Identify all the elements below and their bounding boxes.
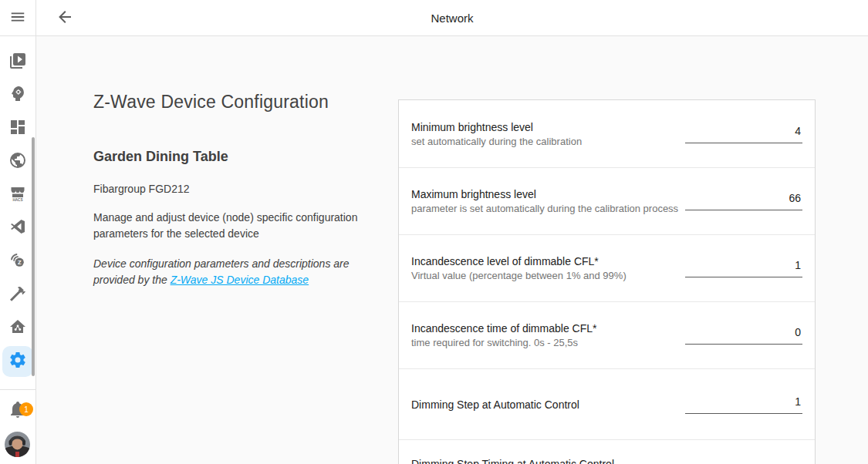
sidebar-item-home-network[interactable] (2, 313, 33, 344)
param-text: Dimming Step at Automatic Control (411, 398, 683, 412)
param-text: Dimming Step Timing at Automatic Control (411, 457, 683, 464)
param-row-min-brightness: Minimum brightness level set automatical… (399, 100, 815, 167)
hacs-label: HACS (12, 198, 22, 202)
sidebar-header (0, 0, 35, 36)
sidebar-item-settings[interactable] (2, 346, 33, 377)
head-gear-icon (8, 85, 27, 106)
hacs-store-icon: HACS (8, 184, 27, 206)
param-row-max-brightness: Maximum brightness level parameter is se… (399, 167, 815, 234)
parameters-panel: Minimum brightness level set automatical… (398, 99, 816, 464)
sidebar-item-developer-tools[interactable] (2, 280, 33, 311)
param-row-incandescence-time: Incandescence time of dimmable CFL* time… (399, 301, 815, 368)
z-wave-signal-icon: Z (8, 251, 27, 273)
sidebar-item-dashboard[interactable] (2, 113, 33, 144)
param-text: Minimum brightness level set automatical… (411, 120, 683, 148)
param-label: Dimming Step Timing at Automatic Control (411, 457, 683, 464)
sidebar-scrollbar-thumb[interactable] (32, 137, 35, 376)
sidebar: HACS Z (0, 0, 36, 464)
sidebar-divider (0, 389, 35, 390)
page-header-title: Network (36, 12, 868, 25)
notification-badge: 1 (19, 402, 33, 416)
vscode-icon (8, 217, 27, 239)
param-label: Minimum brightness level (411, 120, 683, 134)
device-model: Fibargroup FGD212 (93, 183, 385, 195)
device-name: Garden Dining Table (93, 149, 385, 165)
param-text: Incandescence level of dimmable CFL* Vir… (411, 254, 683, 282)
param-row-dimming-step-timing: Dimming Step Timing at Automatic Control (399, 439, 815, 464)
home-network-icon (8, 318, 27, 339)
param-text: Maximum brightness level parameter is se… (411, 187, 683, 215)
hamburger-menu-icon (9, 8, 26, 28)
globe-icon (8, 151, 27, 173)
sidebar-item-vscode[interactable] (2, 213, 33, 244)
hamburger-menu-button[interactable] (9, 8, 26, 28)
page-title: Z-Wave Device Configuration (93, 92, 329, 113)
param-input-incandescence-level[interactable] (685, 259, 802, 277)
sidebar-item-media[interactable] (2, 47, 33, 78)
param-description: time required for switching. 0s - 25,5s (411, 336, 683, 349)
settings-gear-icon (8, 351, 27, 372)
device-info: Garden Dining Table Fibargroup FGD212 Ma… (93, 149, 385, 288)
param-label: Incandescence level of dimmable CFL* (411, 254, 683, 268)
param-label: Maximum brightness level (411, 187, 683, 201)
param-row-dimming-step: Dimming Step at Automatic Control (399, 368, 815, 439)
param-description: set automatically during the calibration (411, 135, 683, 148)
zwave-db-link[interactable]: Z-Wave JS Device Database (171, 274, 309, 286)
sidebar-item-hacs[interactable]: HACS (2, 180, 33, 210)
sidebar-item-world[interactable] (2, 146, 33, 177)
avatar[interactable] (5, 432, 30, 457)
param-label: Dimming Step at Automatic Control (411, 398, 683, 412)
param-input-incandescence-time[interactable] (685, 326, 802, 345)
zwave-letter: Z (18, 259, 22, 266)
hammer-icon (8, 284, 27, 306)
param-row-incandescence-level: Incandescence level of dimmable CFL* Vir… (399, 234, 815, 301)
param-description: Virtual value (percentage between 1% and… (411, 269, 683, 282)
dashboard-icon (8, 118, 27, 140)
sidebar-item-assist[interactable] (2, 80, 33, 111)
device-description: Manage and adjust device (node) specific… (93, 210, 385, 242)
topbar: Network (36, 0, 868, 36)
param-input-min-brightness[interactable] (685, 125, 802, 143)
param-label: Incandescence time of dimmable CFL* (411, 321, 683, 335)
param-input-dimming-step[interactable] (685, 395, 802, 414)
param-text: Incandescence time of dimmable CFL* time… (411, 321, 683, 349)
param-description: parameter is set automatically during th… (411, 202, 683, 215)
sidebar-item-zwave[interactable]: Z (2, 247, 33, 277)
notifications-button[interactable]: 1 (2, 395, 33, 426)
param-input-dimming-step-timing[interactable] (685, 457, 802, 464)
device-note: Device configuration parameters and desc… (93, 256, 385, 288)
param-input-max-brightness[interactable] (685, 192, 802, 210)
main-content: Z-Wave Device Configuration Garden Dinin… (36, 36, 868, 464)
media-play-box-icon (8, 52, 27, 73)
